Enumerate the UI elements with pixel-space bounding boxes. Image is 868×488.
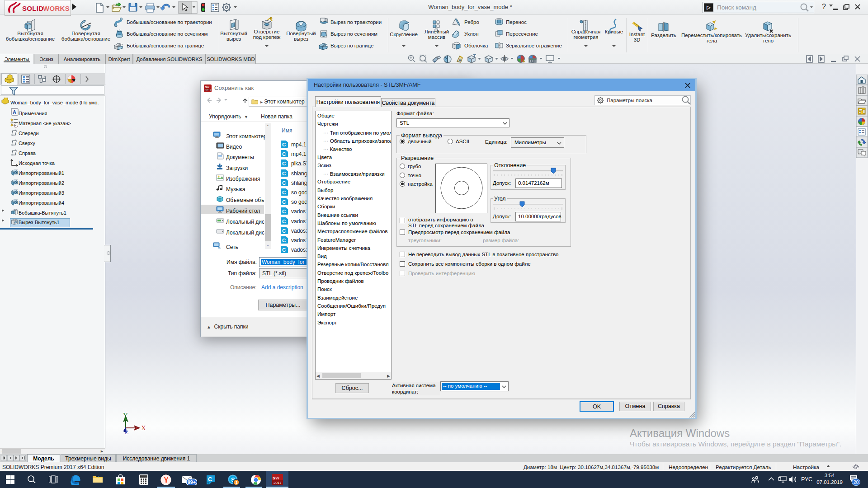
svg-text:C: C bbox=[282, 228, 286, 233]
svg-text:C: C bbox=[282, 209, 286, 214]
svg-text:A: A bbox=[13, 109, 16, 115]
svg-text:C: C bbox=[282, 218, 286, 224]
svg-text:C: C bbox=[282, 151, 286, 157]
svg-text:C: C bbox=[282, 161, 286, 166]
svg-text:X: X bbox=[141, 424, 146, 432]
svg-text:2017: 2017 bbox=[274, 481, 282, 485]
svg-text:WORKS: WORKS bbox=[43, 5, 70, 12]
svg-text:C: C bbox=[282, 238, 286, 243]
svg-text:C: C bbox=[282, 170, 286, 176]
svg-text:C: C bbox=[282, 247, 286, 253]
svg-text:2017: 2017 bbox=[205, 89, 212, 92]
svg-text:1: 1 bbox=[236, 480, 238, 485]
svg-text:C: C bbox=[208, 476, 212, 483]
svg-text:C: C bbox=[282, 180, 286, 185]
svg-text:C: C bbox=[282, 199, 286, 205]
svg-text:sw: sw bbox=[273, 475, 279, 480]
svg-text:A: A bbox=[458, 58, 462, 63]
svg-text:Z: Z bbox=[125, 429, 128, 434]
svg-text:C: C bbox=[282, 190, 286, 195]
svg-text:SOLID: SOLID bbox=[22, 5, 43, 12]
svg-text:sw: sw bbox=[205, 85, 210, 89]
svg-text:C: C bbox=[282, 142, 286, 147]
svg-text:99+: 99+ bbox=[188, 479, 196, 485]
